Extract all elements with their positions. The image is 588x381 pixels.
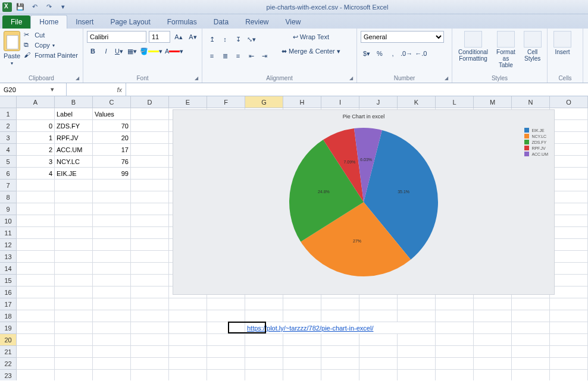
cell-M17[interactable] [474,298,512,310]
cell-I20[interactable] [321,334,359,346]
cell-O12[interactable] [550,239,588,251]
row-header-7[interactable]: 7 [0,180,17,191]
cell-E22[interactable] [169,358,207,370]
align-left-icon[interactable]: ≡ [206,50,218,62]
cell-B4[interactable]: ACC.UM [55,144,93,156]
cell-F19[interactable] [207,322,245,334]
cell-B23[interactable] [55,370,93,380]
cell-C4[interactable]: 17 [93,144,131,156]
cell-O16[interactable] [550,286,588,298]
cell-B22[interactable] [55,358,93,370]
cell-L19[interactable] [436,322,474,334]
cell-E19[interactable] [169,322,207,334]
italic-button[interactable]: I [100,45,112,57]
percent-icon[interactable]: % [374,48,386,59]
row-header-15[interactable]: 15 [0,275,17,286]
pie-chart[interactable]: Pie Chart in excel 35.1%27%24.8%7.09%6.0… [173,109,555,295]
row-header-17[interactable]: 17 [0,298,17,310]
row-header-19[interactable]: 19 [0,322,17,334]
cell-K18[interactable] [398,310,436,322]
cell-K22[interactable] [398,358,436,370]
cell-O22[interactable] [550,358,588,370]
cell-N19[interactable] [512,322,550,334]
col-header-M[interactable]: M [474,96,512,108]
col-header-F[interactable]: F [207,96,245,108]
cell-B16[interactable] [55,286,93,298]
cell-A17[interactable] [17,298,55,310]
increase-indent-icon[interactable]: ⇥ [258,50,270,62]
cell-O3[interactable] [550,132,588,144]
fill-color-button[interactable]: 🪣▾ [139,45,163,57]
cell-F18[interactable] [207,310,245,322]
cell-C22[interactable] [93,358,131,370]
cell-E18[interactable] [169,310,207,322]
cell-O19[interactable] [550,322,588,334]
paste-button[interactable]: Paste ▾ [4,31,20,74]
cell-C8[interactable] [93,191,131,203]
col-header-G[interactable]: G [245,96,283,108]
cell-H21[interactable] [283,346,321,358]
cell-D20[interactable] [131,334,169,346]
cell-C18[interactable] [93,310,131,322]
cell-O4[interactable] [550,144,588,156]
cell-E23[interactable] [169,370,207,380]
name-box-dropdown-icon[interactable]: ▾ [48,86,57,93]
col-header-A[interactable]: A [17,96,55,108]
cell-C19[interactable] [93,322,131,334]
cell-J22[interactable] [359,358,398,370]
decrease-decimal-icon[interactable]: ←.0 [414,48,427,59]
cell-I17[interactable] [321,298,359,310]
increase-decimal-icon[interactable]: .0→ [400,48,413,59]
col-header-I[interactable]: I [321,96,359,108]
cell-J23[interactable] [359,370,398,380]
format-painter-button[interactable]: 🖌Format Painter [24,51,78,59]
cell-B13[interactable] [55,251,93,263]
cell-C15[interactable] [93,275,131,286]
row-header-18[interactable]: 18 [0,310,17,322]
cell-O6[interactable] [550,168,588,180]
cell-B19[interactable] [55,322,93,334]
font-dialog-launcher-icon[interactable]: ◢ [195,75,198,81]
cell-B14[interactable] [55,263,93,275]
cell-O23[interactable] [550,370,588,380]
select-all-button[interactable] [0,96,17,108]
cell-D21[interactable] [131,346,169,358]
cell-B21[interactable] [55,346,93,358]
col-header-J[interactable]: J [359,96,398,108]
cell-A19[interactable] [17,322,55,334]
cell-G23[interactable] [245,370,283,380]
cell-D18[interactable] [131,310,169,322]
tab-formulas[interactable]: Formulas [159,15,205,29]
bold-button[interactable]: B [87,45,99,57]
cell-F20[interactable] [207,334,245,346]
cell-L17[interactable] [436,298,474,310]
cell-N20[interactable] [512,334,550,346]
cell-M21[interactable] [474,346,512,358]
cell-C16[interactable] [93,286,131,298]
cell-B10[interactable] [55,215,93,227]
col-header-O[interactable]: O [550,96,588,108]
cell-styles-button[interactable]: Cell Styles [521,31,544,74]
cell-C11[interactable] [93,227,131,239]
cell-D1[interactable] [131,108,169,120]
cell-C12[interactable] [93,239,131,251]
tab-page-layout[interactable]: Page Layout [102,15,158,29]
row-header-23[interactable]: 23 [0,370,17,380]
row-header-12[interactable]: 12 [0,239,17,251]
cell-A10[interactable] [17,215,55,227]
cell-O7[interactable] [550,180,588,191]
cell-C10[interactable] [93,215,131,227]
cell-D23[interactable] [131,370,169,380]
cell-O17[interactable] [550,298,588,310]
cell-A13[interactable] [17,251,55,263]
cell-H20[interactable] [283,334,321,346]
cell-A23[interactable] [17,370,55,380]
cell-M23[interactable] [474,370,512,380]
cell-N17[interactable] [512,298,550,310]
cell-I18[interactable] [321,310,359,322]
cell-L20[interactable] [436,334,474,346]
cell-M22[interactable] [474,358,512,370]
cell-O8[interactable] [550,191,588,203]
cell-B2[interactable]: ZDS.FY [55,120,93,132]
cell-B6[interactable]: EIK.JE [55,168,93,180]
